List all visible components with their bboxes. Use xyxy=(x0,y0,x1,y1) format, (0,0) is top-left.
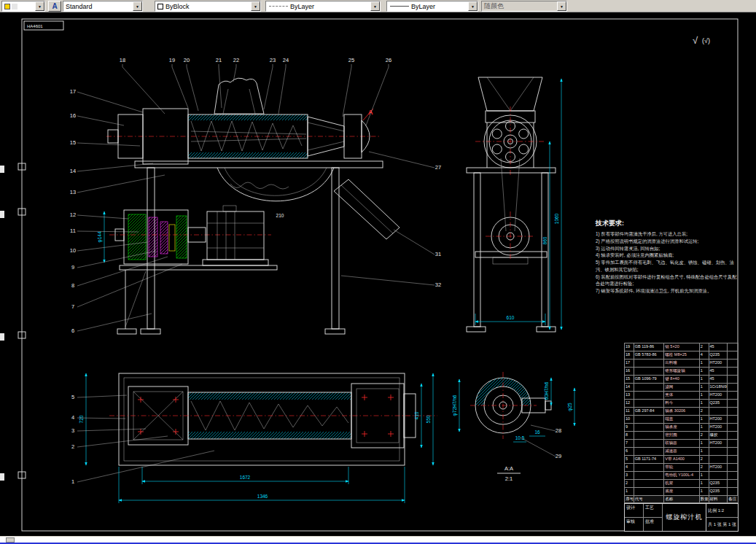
part-code xyxy=(634,424,664,431)
lineweight-dropdown[interactable]: ByLayer ▼ xyxy=(386,1,478,12)
part-qty: 1 xyxy=(700,488,709,495)
tech-requirement-line: 5) 零件加工表面不得有毛刺、飞边、氧化皮、锈蚀、磕碰、划伤、油污、铁屑和其它缺… xyxy=(596,259,739,273)
part-remark xyxy=(728,384,738,391)
part-material: Q235 xyxy=(709,351,728,359)
callout: 18 xyxy=(120,57,125,63)
part-no: 18 xyxy=(625,351,634,359)
parts-row: 13 壳体 1 HT200 xyxy=(624,391,739,399)
chevron-down-icon[interactable]: ▼ xyxy=(133,1,142,11)
chevron-down-icon[interactable]: ▼ xyxy=(468,1,478,11)
part-code: GB 5783-86 xyxy=(634,351,664,359)
parts-row: 14 滤网 1 1Cr18Ni9 xyxy=(624,383,739,391)
part-material: 45 xyxy=(709,376,728,383)
titleblock-process-label: 工艺 xyxy=(644,504,663,517)
dimension-label: 410 xyxy=(414,411,419,419)
part-material: 45 xyxy=(709,368,728,375)
parts-row: 17 出料嘴 1 HT200 xyxy=(624,359,739,367)
part-remark xyxy=(728,376,738,383)
part-no: 13 xyxy=(625,392,634,399)
part-qty: 1 xyxy=(700,400,709,407)
linetype-value: ByLayer xyxy=(288,3,314,10)
chevron-down-icon[interactable]: ▼ xyxy=(35,1,44,11)
parts-row: 18 GB 5783-86 螺栓 M8×25 4 Q235 xyxy=(624,351,739,359)
callout: 25 xyxy=(348,57,354,63)
part-remark xyxy=(728,440,738,447)
dimension-label: 610 xyxy=(507,315,515,320)
text-style-dropdown[interactable]: Standard ▼ xyxy=(63,1,143,12)
lineweight-value: ByLayer xyxy=(409,3,435,10)
color-swatch-icon xyxy=(157,4,163,9)
part-remark xyxy=(728,408,738,415)
callout: 5 xyxy=(71,394,74,400)
parts-row: 10 端盖 1 HT200 xyxy=(624,415,739,423)
zone-label: HA4601 xyxy=(27,24,43,28)
color-dropdown[interactable]: ByBlock ▼ xyxy=(155,1,261,12)
scrollbar-thumb[interactable] xyxy=(6,537,15,543)
callout: 16 xyxy=(70,112,76,119)
horizontal-scrollbar[interactable] xyxy=(0,536,756,544)
parts-row: 12 料斗 1 Q235 xyxy=(624,399,739,407)
part-name: 减速器 xyxy=(664,448,699,455)
part-code xyxy=(634,360,664,367)
section-cut-marker: A xyxy=(368,109,373,116)
callout: 27 xyxy=(435,164,441,171)
chevron-down-icon[interactable]: ▼ xyxy=(251,1,260,11)
part-remark xyxy=(728,424,738,431)
part-code xyxy=(634,400,664,407)
tech-requirement-line: 6) 装配前按图纸对零部件进行复检组合尺寸, 特殊配合处组合尺寸及配合处均需进行… xyxy=(596,273,739,288)
callout: 32 xyxy=(435,281,441,288)
part-code xyxy=(634,416,664,423)
part-code: GB 1096-79 xyxy=(634,376,664,383)
part-code: GB 119-86 xyxy=(634,343,664,351)
linetype-dropdown[interactable]: ByLayer ▼ xyxy=(265,1,381,12)
part-qty: 1 xyxy=(700,480,709,487)
drawing-canvas[interactable]: HA4601 √ (√) xyxy=(0,12,756,536)
titleblock-scale-label: 比例 xyxy=(708,508,717,514)
part-qty: 2 xyxy=(700,456,709,463)
part-material: 45 xyxy=(709,343,728,351)
roughness-symbol: √ xyxy=(693,35,698,46)
chevron-down-icon: ▼ xyxy=(557,1,566,11)
callout: 17 xyxy=(70,88,76,95)
dimension-label: 1346 xyxy=(257,494,268,499)
dimension-label: φ144 xyxy=(97,231,103,242)
part-remark xyxy=(728,448,738,455)
parts-row: 15 GB 1096-79 键 8×40 1 45 xyxy=(624,375,739,383)
tech-requirements-title: 技术要求: xyxy=(596,219,739,228)
dimension-label: 16 xyxy=(534,430,540,435)
parts-row: 1 底座 1 Q235 xyxy=(624,487,739,495)
callout: 9 xyxy=(71,264,74,271)
part-no: 1 xyxy=(625,488,634,495)
titleblock-check-label: 审核 xyxy=(625,518,644,531)
callout: 4 xyxy=(71,414,74,421)
leader-lines xyxy=(77,64,556,482)
part-name: 机架 xyxy=(664,480,699,487)
part-code xyxy=(634,464,664,471)
callout: 2 xyxy=(71,443,74,450)
technical-requirements: 技术要求: 1) 所有零部件均需清洗干净后, 方可进入总装;2) 严格按照说明书… xyxy=(596,219,739,295)
parts-row: 3 电动机 Y100L-4 1 xyxy=(624,471,739,479)
part-name: 密封圈 xyxy=(664,432,699,439)
part-qty: 2 xyxy=(700,343,709,351)
layer-dropdown[interactable]: ▼ xyxy=(1,1,45,12)
header-qty: 数量 xyxy=(700,496,709,502)
part-material: HT200 xyxy=(709,464,728,471)
parts-row: 5 GB 1171-74 V带 A1400 2 xyxy=(624,455,739,463)
callout: 14 xyxy=(70,168,76,174)
title-block: 设计 工艺 审核 批准 螺旋榨汁机 比例 1:2 共 1 张 第 1 张 xyxy=(624,503,739,532)
part-remark xyxy=(728,488,738,495)
part-code xyxy=(634,472,664,479)
part-qty: 1 xyxy=(700,376,709,383)
callout: 12 xyxy=(70,211,76,218)
part-name: 电动机 Y100L-4 xyxy=(664,472,699,479)
parts-row: 9 轴承座 1 HT200 xyxy=(624,423,739,431)
chevron-down-icon[interactable]: ▼ xyxy=(370,1,380,11)
part-no: 8 xyxy=(625,432,634,439)
callout: 10 xyxy=(70,247,76,254)
part-remark xyxy=(728,456,738,463)
part-remark xyxy=(728,351,738,359)
part-code xyxy=(634,384,664,391)
part-qty: 1 xyxy=(700,384,709,391)
part-no: 9 xyxy=(625,424,634,431)
text-style-manager-button[interactable]: A xyxy=(48,1,61,12)
